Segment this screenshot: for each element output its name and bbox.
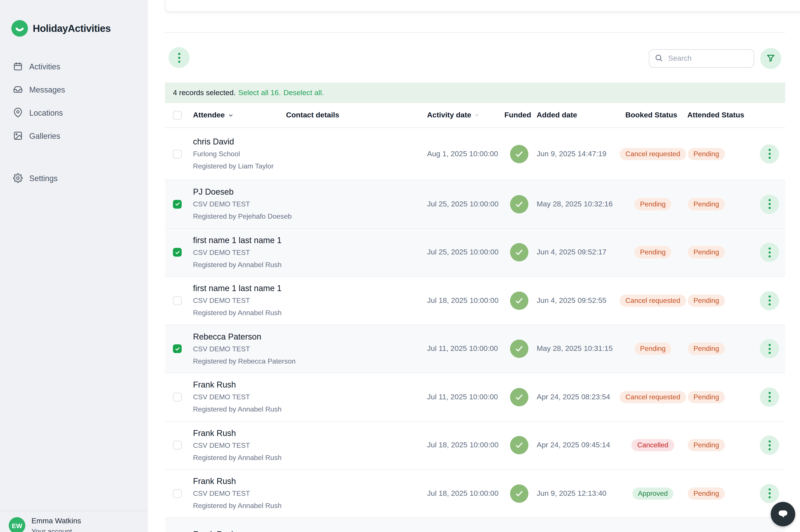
added-date-cell: Apr 24, 2025 08:23:54 [537,393,622,401]
column-header-added-date: Added date [537,111,622,119]
selection-banner: 4 records selected. Select all 16. Desel… [165,82,785,103]
attendee-registered-by: Registered by Liam Taylor [193,161,286,171]
attendee-organisation: CSV DEMO TEST [193,247,286,258]
sidebar-item-label: Activities [29,62,60,72]
top-panel-edge [165,0,800,12]
booked-status-badge: Approved [632,488,674,500]
filter-button[interactable] [760,48,781,69]
sidebar-item-galleries[interactable]: Galleries [0,125,148,148]
account-subtitle: Your account [32,528,72,532]
attendee-name: PJ Doeseb [193,187,286,197]
attendee-registered-by: Registered by Pejehafo Doeseb [193,211,286,222]
select-all-checkbox[interactable] [173,111,182,119]
kebab-icon [768,251,770,253]
bulk-actions-button[interactable] [169,47,189,68]
attendee-registered-by: Registered by Annabel Rush [193,501,286,511]
attendee-name: Frank Rush [193,428,286,438]
added-date-cell: Apr 24, 2025 09:45:14 [537,441,622,450]
chat-button[interactable] [771,502,795,526]
search-icon [655,54,663,63]
booked-status-badge: Pending [634,198,671,210]
sidebar-item-settings[interactable]: Settings [0,167,148,190]
attendee-registered-by: Registered by Rebecca Paterson [193,356,286,366]
deselect-all-link[interactable]: Deselect all. [283,88,324,97]
booked-status-badge: Cancel requested [620,391,686,403]
row-checkbox[interactable] [173,489,182,498]
sidebar-item-activities[interactable]: Activities [0,55,148,79]
added-date-cell: May 28, 2025 10:32:16 [537,200,622,209]
added-date-cell: Jun 9, 2025 14:47:19 [537,150,622,158]
row-checkbox[interactable] [173,296,182,305]
kebab-icon [768,203,770,205]
column-header-activity-date[interactable]: Activity date [427,111,504,119]
account-name: Emma Watkins [32,517,81,526]
row-actions-button[interactable] [760,291,779,310]
sidebar-settings-group: Settings [0,167,148,190]
row-checkbox[interactable] [173,393,182,401]
sidebar-nav: Activities Messages Locations Galleries [0,55,148,148]
row-checkbox[interactable] [173,200,182,209]
attended-status-badge: Pending [688,343,725,355]
row-actions-button[interactable] [760,387,779,407]
table-row: Frank Rush CSV DEMO TEST Registered by A… [165,373,785,421]
funded-check-icon [510,436,528,455]
funded-check-icon [510,340,528,358]
column-header-attended-status: Attended Status [683,111,751,119]
attendee-registered-by: Registered by Annabel Rush [193,260,286,270]
attendee-name: Frank Rush [193,476,286,487]
attendee-organisation: CSV DEMO TEST [193,296,286,306]
attendee-organisation: CSV DEMO TEST [193,344,286,354]
image-icon [13,131,23,142]
row-actions-button[interactable] [760,484,779,503]
brand-logo[interactable]: HolidayActivities [11,20,111,37]
row-actions-button[interactable] [760,243,779,262]
sidebar-item-label: Galleries [29,132,60,141]
activity-date-cell: Jul 11, 2025 10:00:00 [427,393,504,401]
activity-date-cell: Jul 18, 2025 10:00:00 [427,489,504,498]
booked-status-badge: Pending [634,246,671,259]
chevron-down-icon [228,112,234,118]
attended-status-badge: Pending [688,391,725,403]
row-actions-button[interactable] [760,339,779,359]
row-checkbox[interactable] [173,150,182,158]
row-actions-button[interactable] [760,144,779,164]
activity-date-cell: Jul 18, 2025 10:00:00 [427,441,504,450]
kebab-icon [178,57,180,59]
column-header-attendee[interactable]: Attendee [193,111,286,119]
activity-date-cell: Jul 25, 2025 10:00:00 [427,248,504,257]
select-all-link[interactable]: Select all 16. [238,88,281,97]
row-actions-button[interactable] [760,195,779,214]
inbox-icon [13,84,23,96]
kebab-icon [768,153,770,155]
row-checkbox[interactable] [173,441,182,450]
attended-status-badge: Pending [688,246,725,259]
kebab-icon [768,444,770,446]
funded-check-icon [510,484,528,503]
sidebar-item-locations[interactable]: Locations [0,102,148,125]
attendee-organisation: CSV DEMO TEST [193,489,286,499]
brand-smile-icon [11,20,28,37]
sidebar-item-messages[interactable]: Messages [0,79,148,102]
row-checkbox[interactable] [173,345,182,353]
attendee-organisation: Furlong School [193,149,286,159]
funnel-icon [766,53,776,64]
column-label: Attendee [193,111,225,119]
selection-message: 4 records selected. [173,88,236,97]
table-row: Frank Rush CSV DEMO TEST Registered by A… [165,421,785,470]
row-checkbox[interactable] [173,248,182,257]
table-row: Frank Rush CSV DEMO TEST Registered by A… [165,470,785,518]
row-actions-button[interactable] [760,436,779,455]
attendee-organisation: CSV DEMO TEST [193,199,286,209]
search-input[interactable] [667,54,748,63]
kebab-icon [768,396,770,398]
funded-check-icon [510,145,528,163]
column-header-contact-details: Contact details [286,111,427,119]
account-footer[interactable]: EW Emma Watkins Your account [0,511,148,532]
sidebar-item-label: Messages [29,86,65,95]
calendar-icon [13,61,23,73]
column-label: Activity date [427,111,471,119]
main-content: 4 records selected. Select all 16. Desel… [148,0,800,532]
activity-date-cell: Jul 11, 2025 10:00:00 [427,345,504,353]
funded-check-icon [510,388,528,406]
attended-status-badge: Pending [688,148,725,160]
